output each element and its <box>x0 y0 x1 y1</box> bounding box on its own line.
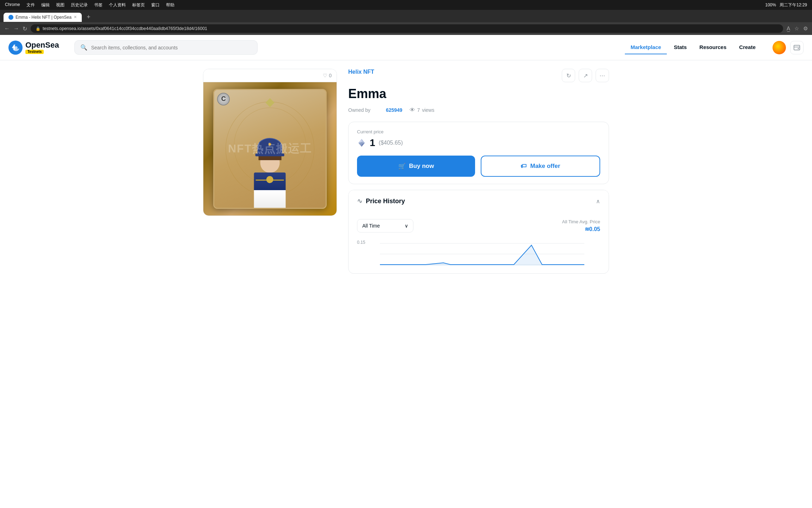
time-filter-select[interactable]: All Time ∨ <box>357 219 413 232</box>
chart-y-label: 0.15 <box>357 240 365 245</box>
like-count: 0 <box>329 73 332 78</box>
wallet-icon[interactable] <box>790 41 804 54</box>
nft-image-panel: ♡ 0 C <box>203 69 337 274</box>
price-history-body: All Time ∨ All Time Avg. Price ≋0.05 0.1… <box>349 212 609 273</box>
browser-chrome: Emma - Helix NFT | OpenSea ✕ + ← → ↻ 🔒 t… <box>0 10 812 35</box>
os-bar: Chrome 文件 编辑 视图 历史记录 书签 个人资料 标签页 窗口 帮助 1… <box>0 0 812 10</box>
make-offer-label: Make offer <box>530 163 560 170</box>
back-button[interactable]: ← <box>4 25 10 32</box>
os-menu-chrome[interactable]: Chrome <box>5 2 20 8</box>
address-bar: ← → ↻ 🔒 testnets.opensea.io/assets/0xaf0… <box>0 22 812 35</box>
heart-icon: ♡ <box>323 73 327 78</box>
header-actions <box>773 41 804 54</box>
main-nav: Marketplace Stats Resources Create <box>625 41 761 54</box>
shopping-icon: 🛒 <box>398 163 406 170</box>
os-menu-help[interactable]: 帮助 <box>166 2 174 8</box>
main-content: ♡ 0 C <box>195 60 617 282</box>
buy-now-label: Buy now <box>409 163 434 170</box>
ownership-row: Owned by 625949 👁 7 views <box>348 107 609 113</box>
price-chart <box>357 242 600 266</box>
buy-actions: 🛒 Buy now 🏷 Make offer <box>357 149 600 177</box>
svg-rect-1 <box>794 45 800 50</box>
price-history-section: ∿ Price History ∧ All Time ∨ All Time Av… <box>348 190 609 274</box>
avg-price-value: ≋0.05 <box>562 226 600 232</box>
os-menu: Chrome 文件 编辑 视图 历史记录 书签 个人资料 标签页 窗口 帮助 <box>5 2 174 8</box>
nft-artwork: C <box>203 82 337 216</box>
clock: 周二下午12:29 <box>780 2 807 8</box>
price-history-header[interactable]: ∿ Price History ∧ <box>349 190 609 212</box>
translate-icon[interactable]: A̲ <box>787 25 790 32</box>
os-menu-history[interactable]: 历史记录 <box>71 2 88 8</box>
collection-link[interactable]: Helix NFT <box>348 69 374 75</box>
svg-point-2 <box>798 48 799 49</box>
forward-button[interactable]: → <box>13 25 19 32</box>
time-filter-value: All Time <box>362 223 380 229</box>
brand-sub: Testnets <box>25 50 44 54</box>
more-options-button[interactable]: ⋯ <box>596 69 609 82</box>
refresh-icon: ↻ <box>566 72 571 79</box>
like-button[interactable]: ♡ 0 <box>323 73 332 78</box>
eye-icon: 👁 <box>410 107 415 113</box>
ethereum-icon <box>357 138 366 147</box>
os-menu-bookmarks[interactable]: 书签 <box>94 2 103 8</box>
owner-link[interactable]: 625949 <box>386 107 402 113</box>
tab-title: Emma - Helix NFT | OpenSea <box>16 15 72 20</box>
lock-icon: 🔒 <box>36 26 41 31</box>
image-card-header: ♡ 0 <box>203 69 337 82</box>
nav-create[interactable]: Create <box>733 41 761 54</box>
site-header: OpenSea Testnets 🔍 Marketplace Stats Res… <box>0 35 812 60</box>
address-bar-actions: A̲ ☆ ⚙ <box>787 25 808 32</box>
buy-now-button[interactable]: 🛒 Buy now <box>357 156 475 177</box>
views-label: views <box>422 107 434 113</box>
make-offer-button[interactable]: 🏷 Make offer <box>481 156 600 177</box>
battery-status: 100% <box>765 2 776 7</box>
price-usd: ($405.65) <box>379 140 403 146</box>
price-box: Current price 1 ($405.65) <box>348 122 609 184</box>
tab-close-button[interactable]: ✕ <box>74 15 77 19</box>
os-menu-edit[interactable]: 编辑 <box>41 2 50 8</box>
search-icon: 🔍 <box>80 44 87 51</box>
os-menu-profile[interactable]: 个人资料 <box>109 2 126 8</box>
url-bar[interactable]: 🔒 testnets.opensea.io/assets/0xaf0641c14… <box>31 24 783 33</box>
nft-title: Emma <box>348 86 609 101</box>
active-tab[interactable]: Emma - Helix NFT | OpenSea ✕ <box>4 13 82 22</box>
nav-stats[interactable]: Stats <box>668 41 693 54</box>
action-icons: ↻ ↗ ⋯ <box>562 69 609 82</box>
views-count: 👁 7 views <box>410 107 435 113</box>
new-tab-button[interactable]: + <box>83 12 94 22</box>
os-menu-tabs[interactable]: 标签页 <box>132 2 145 8</box>
card-corner-badge: C <box>217 93 230 105</box>
os-menu-file[interactable]: 文件 <box>26 2 35 8</box>
nav-resources[interactable]: Resources <box>694 41 732 54</box>
search-box[interactable]: 🔍 <box>74 40 258 55</box>
nav-marketplace[interactable]: Marketplace <box>625 41 667 54</box>
nft-details: Helix NFT ↻ ↗ ⋯ Emma Owned by <box>348 69 609 274</box>
tag-icon: 🏷 <box>521 163 527 170</box>
reload-button[interactable]: ↻ <box>23 25 27 32</box>
share-icon: ↗ <box>583 72 588 79</box>
extensions-icon[interactable]: ⚙ <box>803 25 808 32</box>
os-menu-window[interactable]: 窗口 <box>151 2 160 8</box>
tab-bar: Emma - Helix NFT | OpenSea ✕ + <box>0 10 812 22</box>
price-history-title: Price History <box>366 198 405 205</box>
svg-marker-11 <box>380 245 584 266</box>
user-avatar[interactable] <box>773 41 786 54</box>
character-figure <box>234 119 306 208</box>
views-number: 7 <box>417 107 420 113</box>
share-button[interactable]: ↗ <box>579 69 592 82</box>
owned-by-label: Owned by <box>348 107 370 113</box>
os-status: 100% 周二下午12:29 <box>765 2 807 8</box>
avg-price-label: All Time Avg. Price <box>562 219 600 224</box>
filter-row: All Time ∨ All Time Avg. Price ≋0.05 <box>357 219 600 232</box>
search-input[interactable] <box>91 45 252 50</box>
os-menu-view[interactable]: 视图 <box>56 2 64 8</box>
more-icon: ⋯ <box>599 72 605 79</box>
opensea-logo[interactable]: OpenSea Testnets <box>8 41 59 55</box>
price-label: Current price <box>357 129 600 134</box>
refresh-button[interactable]: ↻ <box>562 69 575 82</box>
logo-text: OpenSea Testnets <box>25 41 59 54</box>
opensea-logo-icon <box>8 41 23 55</box>
brand-name: OpenSea <box>25 41 59 49</box>
bookmark-star-icon[interactable]: ☆ <box>794 25 799 32</box>
card-frame: C <box>213 89 326 209</box>
